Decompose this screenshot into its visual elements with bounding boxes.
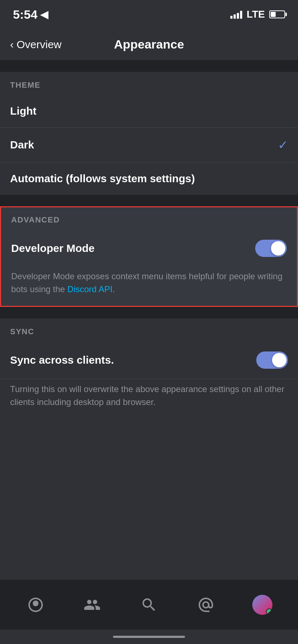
signal-icon	[230, 10, 242, 19]
developer-mode-label: Developer Mode	[11, 242, 95, 254]
developer-mode-toggle[interactable]	[255, 240, 287, 257]
header: ‹ Overview Appearance	[0, 29, 298, 60]
home-indicator	[0, 630, 298, 644]
theme-dark-label: Dark	[10, 139, 34, 151]
mentions-icon	[196, 595, 216, 615]
sync-section-header: SYNC	[0, 318, 298, 341]
search-icon	[139, 595, 159, 615]
theme-automatic-item[interactable]: Automatic (follows system settings)	[0, 162, 298, 195]
discord-api-link[interactable]: Discord API	[67, 284, 112, 294]
back-button[interactable]: ‹ Overview	[10, 38, 62, 51]
battery-icon	[269, 10, 285, 18]
section-divider-top	[0, 60, 298, 72]
location-icon: ◀	[40, 9, 48, 20]
sync-section: SYNC Sync across clients. Turning this o…	[0, 318, 298, 419]
section-divider-middle	[0, 195, 298, 206]
content-area: THEME Light Dark ✓ Automatic (follows sy…	[0, 60, 298, 579]
back-label: Overview	[17, 38, 62, 51]
section-divider-bottom	[0, 307, 298, 318]
status-time: 5:54 ◀	[13, 8, 48, 22]
nav-item-profile[interactable]	[234, 595, 291, 615]
advanced-section: ADVANCED Developer Mode Developer Mode e…	[0, 206, 298, 307]
nav-item-search[interactable]	[121, 595, 177, 615]
developer-mode-item[interactable]: Developer Mode	[1, 230, 297, 267]
sync-description: Turning this on will overwrite the above…	[0, 379, 298, 419]
checkmark-icon: ✓	[278, 138, 288, 152]
developer-mode-description: Developer Mode exposes context menu item…	[1, 267, 297, 306]
chevron-left-icon: ‹	[10, 38, 14, 51]
advanced-section-header: ADVANCED	[1, 207, 297, 230]
nav-item-mentions[interactable]	[177, 595, 234, 615]
sync-clients-toggle[interactable]	[256, 351, 288, 369]
friends-icon	[82, 595, 102, 615]
sync-clients-label: Sync across clients.	[10, 354, 114, 366]
nav-item-friends[interactable]	[64, 595, 121, 615]
theme-automatic-label: Automatic (follows system settings)	[10, 172, 195, 185]
theme-light-label: Light	[10, 105, 36, 117]
home-bar	[113, 636, 185, 638]
theme-section: THEME Light Dark ✓ Automatic (follows sy…	[0, 72, 298, 195]
profile-avatar	[252, 595, 272, 615]
status-indicators: LTE	[230, 9, 285, 20]
online-status-dot	[266, 608, 272, 615]
home-icon	[26, 595, 46, 615]
nav-item-home[interactable]	[7, 595, 64, 615]
status-bar: 5:54 ◀ LTE	[0, 0, 298, 29]
theme-light-item[interactable]: Light	[0, 95, 298, 128]
sync-clients-item[interactable]: Sync across clients.	[0, 341, 298, 379]
sync-toggle-knob	[272, 353, 286, 367]
theme-dark-item[interactable]: Dark ✓	[0, 128, 298, 162]
lte-label: LTE	[247, 9, 265, 20]
toggle-knob	[271, 241, 285, 256]
bottom-nav	[0, 579, 298, 630]
theme-section-header: THEME	[0, 72, 298, 95]
